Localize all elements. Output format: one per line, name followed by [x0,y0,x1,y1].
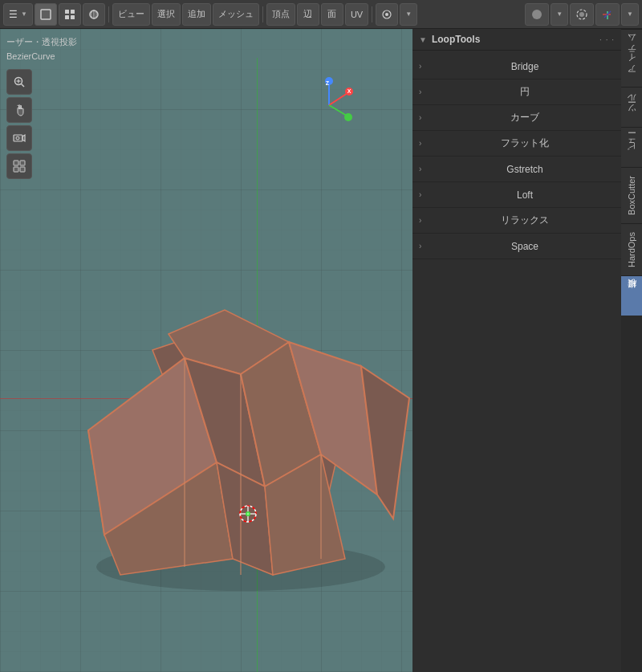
viewport3-icon [88,9,100,20]
panel-header-left: ▼ LoopTools [419,34,480,45]
panel-item-Bridge[interactable]: ›Bridge [412,54,621,79]
panel-items-list: ›Bridge›円›カーブ›フラット化›Gstretch›Loft›リラックス›… [412,51,621,263]
edge-mode-btn[interactable]: 辺 [297,3,319,26]
zoom-tool-btn[interactable] [6,69,32,95]
panel-item-arrow-6: › [419,216,429,225]
viewport-icon [40,9,51,20]
separator3 [372,6,372,22]
gizmo-dropdown[interactable]: ▼ [621,3,639,26]
side-tab-BoxCutter[interactable]: BoxCutter [621,167,642,223]
svg-rect-35 [20,161,25,165]
panel-item-label-リラックス: リラックス [435,214,615,227]
grab-icon [13,104,26,116]
zoom-icon [13,75,26,88]
proportional-btn[interactable] [376,3,398,26]
viewport-mode-btn1[interactable] [35,3,57,26]
grid-icon [13,160,26,173]
svg-rect-1 [65,10,69,14]
y-axis-line [257,58,258,672]
panel-item-カーブ[interactable]: ›カーブ [412,105,621,131]
panel-item-arrow-1: › [419,88,429,96]
gizmo-btn[interactable] [595,3,620,26]
svg-rect-36 [14,167,18,172]
side-tabs-panel: アイテムツールビューBoxCutterHardOps縦横 [621,29,642,672]
overlay-icon [575,8,588,21]
prop-dropdown[interactable]: ▼ [400,3,417,26]
panel-item-円[interactable]: ›円 [412,79,621,105]
panel-item-フラット化[interactable]: ›フラット化 [412,131,621,157]
panel-item-arrow-3: › [419,139,429,148]
separator1 [108,6,109,22]
panel-item-label-円: 円 [435,85,615,99]
panel-item-label-フラット化: フラット化 [435,136,615,150]
mesh-menu-btn[interactable]: メッシュ [213,3,259,26]
looptools-panel: ▼ LoopTools · · · ›Bridge›円›カーブ›フラット化›Gs… [412,29,621,672]
side-tab-ツール[interactable]: ツール [621,87,642,127]
camera-icon [13,132,26,145]
svg-point-12 [579,12,584,17]
vertex-mode-btn[interactable]: 頂点 [266,3,295,26]
top-toolbar: ☰ ▼ ビュー 選択 追加 メッシュ 頂点 [0,0,642,29]
separator2 [262,6,263,22]
viewport-mode-btn2[interactable] [59,3,81,26]
overlay-btn[interactable] [570,3,594,26]
proportional-icon [381,9,392,20]
svg-rect-31 [14,135,22,141]
camera-tool-btn[interactable] [6,125,32,151]
svg-marker-32 [22,135,25,141]
side-tab-ビュー[interactable]: ビュー [621,127,642,167]
grid-tool-btn[interactable] [6,153,32,179]
viewport-mode-btn3[interactable] [83,3,105,26]
svg-point-10 [532,10,542,19]
panel-header: ▼ LoopTools · · · [412,29,621,51]
mode-dropdown[interactable]: ☰ ▼ [3,3,33,26]
panel-item-arrow-5: › [419,190,429,199]
panel-item-Space[interactable]: ›Space [412,234,621,259]
viewport-shading-btn[interactable] [525,3,549,26]
panel-item-Gstretch[interactable]: ›Gstretch [412,157,621,182]
add-menu-btn[interactable]: 追加 [182,3,211,26]
svg-rect-0 [41,10,51,19]
panel-menu-dots[interactable]: · · · [599,35,615,44]
side-tab-縦横[interactable]: 縦横 [621,275,642,316]
panel-item-label-カーブ: カーブ [435,111,615,124]
svg-rect-4 [71,15,75,19]
side-tab-HardOps[interactable]: HardOps [621,223,642,275]
panel-title: LoopTools [432,34,480,45]
grab-tool-btn[interactable] [6,97,32,123]
mode-dropdown-icon: ☰ [9,9,18,20]
panel-item-arrow-2: › [419,113,429,122]
svg-rect-37 [20,167,25,172]
select-menu-btn[interactable]: 選択 [152,3,181,26]
face-mode-btn[interactable]: 面 [321,3,343,26]
panel-item-label-Loft: Loft [435,189,615,201]
svg-line-28 [22,84,25,88]
panel-item-label-Space: Space [435,241,615,252]
panel-item-Loft[interactable]: ›Loft [412,182,621,208]
uv-btn[interactable]: UV [345,3,368,26]
gizmo-toolbar-icon [601,8,614,21]
panel-item-label-Gstretch: Gstretch [435,164,615,175]
svg-rect-2 [71,10,75,14]
panel-collapse-arrow[interactable]: ▼ [419,35,427,44]
panel-item-label-Bridge: Bridge [435,61,615,72]
left-tools-panel [6,69,32,179]
viewport2-icon [64,9,75,20]
panel-item-arrow-0: › [419,62,429,71]
panel-item-リラックス[interactable]: ›リラックス [412,208,621,234]
panel-item-arrow-4: › [419,165,429,173]
shading-icon [530,8,543,21]
panel-item-arrow-7: › [419,242,429,250]
mode-dropdown-arrow: ▼ [21,10,27,18]
view-menu-btn[interactable]: ビュー [112,3,150,26]
side-tab-アイテム[interactable]: アイテム [621,29,642,87]
svg-rect-3 [65,15,69,19]
shading-dropdown[interactable]: ▼ [551,3,568,26]
svg-rect-34 [14,161,18,165]
svg-point-9 [385,13,388,16]
